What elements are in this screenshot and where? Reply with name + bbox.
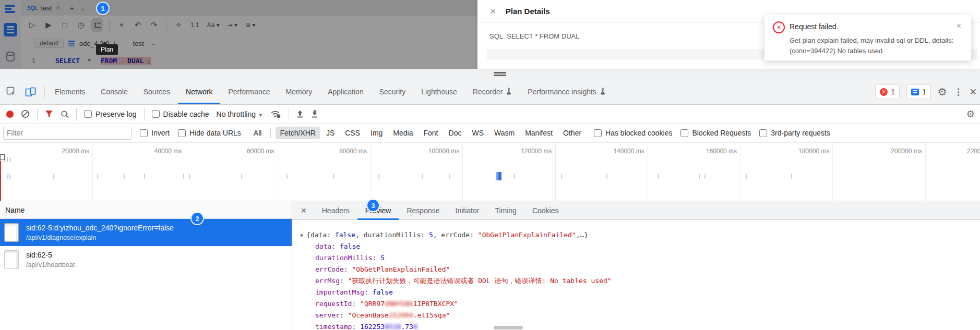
tab-recorder[interactable]: Recorder — [465, 79, 520, 104]
tab-performance[interactable]: Performance — [220, 79, 278, 104]
horizontal-scrollbar-thumb[interactable] — [494, 326, 523, 329]
filter-chip-ws[interactable]: WS — [468, 127, 488, 139]
filter-chip-other[interactable]: Other — [559, 127, 585, 139]
import-har-icon[interactable] — [296, 109, 304, 118]
search-icon[interactable] — [61, 110, 69, 118]
request-row[interactable]: sid:62-5/api/v1/heartbeat — [0, 246, 292, 273]
filter-chip-wasm[interactable]: Wasm — [490, 127, 519, 139]
filter-chip-manifest[interactable]: Manifest — [521, 127, 557, 139]
filter-chip-js[interactable]: JS — [322, 127, 339, 139]
request-path: /api/v1/heartbeat — [26, 260, 75, 270]
timeline-tick-label: 180000 ms — [767, 148, 829, 155]
details-tab-headers[interactable]: Headers — [314, 201, 357, 220]
network-settings-gear-icon[interactable]: ⚙ — [966, 108, 975, 120]
throttling-select[interactable]: No throttling▼ — [217, 110, 263, 118]
has-blocked-cookies-checkbox[interactable]: Has blocked cookies — [594, 129, 672, 137]
preserve-log-checkbox[interactable]: Preserve log — [84, 110, 137, 118]
json-line[interactable]: ▼ {data: false, durationMillis: 5, errCo… — [300, 229, 612, 241]
filter-chip-all[interactable]: All — [249, 127, 266, 139]
name-column-header[interactable]: Name — [5, 206, 25, 214]
expand-caret-icon[interactable]: ▼ — [300, 233, 306, 238]
tab-label: Elements — [55, 88, 85, 96]
inspect-element-icon[interactable] — [6, 87, 17, 97]
drag-handle-icon — [494, 75, 506, 76]
request-tick — [183, 174, 184, 179]
request-tick — [97, 174, 98, 179]
tab-elements[interactable]: Elements — [47, 79, 93, 104]
request-tick — [189, 174, 190, 179]
tab-performance-insights[interactable]: Performance insights — [520, 79, 614, 104]
json-segment: durationMillis — [315, 254, 373, 262]
clear-network-log-icon[interactable] — [21, 109, 30, 118]
blocked-requests-checkbox[interactable]: Blocked Requests — [680, 129, 751, 137]
details-tab-initiator[interactable]: Initiator — [448, 201, 487, 220]
filter-chip-css[interactable]: CSS — [341, 127, 364, 139]
divider — [44, 85, 45, 98]
network-overview-timeline[interactable]: 20000 ms40000 ms60000 ms80000 ms100000 m… — [0, 143, 980, 201]
tab-sources[interactable]: Sources — [136, 79, 178, 104]
filter-chip-img[interactable]: Img — [366, 127, 387, 139]
tab-network[interactable]: Network — [178, 79, 220, 104]
json-segment: : — [352, 300, 360, 308]
tab-label: Console — [101, 88, 127, 96]
filter-chip-fetch-xhr[interactable]: Fetch/XHR — [276, 127, 319, 139]
request-tick — [241, 174, 242, 179]
selected-request-bar[interactable] — [496, 172, 501, 180]
json-segment: data — [315, 242, 331, 250]
devtools-settings-gear-icon[interactable]: ⚙ — [938, 85, 947, 98]
json-segment: errMsg — [315, 277, 340, 285]
kebab-menu-icon[interactable]: ⋮ — [954, 87, 963, 97]
disable-cache-checkbox[interactable]: Disable cache — [152, 110, 209, 118]
json-segment: : — [470, 231, 478, 239]
request-row[interactable]: sid:62-5:d:yizhou_odc_240?ignoreError=fa… — [0, 219, 292, 246]
filter-chip-font[interactable]: Font — [420, 127, 443, 139]
devtools-close-icon[interactable]: ✕ — [970, 87, 977, 97]
json-line: requestId: "QRR97ONWYEB61IP8TBXCPX" — [315, 298, 612, 310]
json-segment: data — [310, 231, 327, 239]
timeline-tick-label: 140000 ms — [582, 148, 644, 155]
tab-label: Performance insights — [528, 88, 596, 96]
tab-security[interactable]: Security — [372, 79, 414, 104]
request-tick — [124, 174, 125, 179]
json-segment: : — [373, 254, 381, 262]
request-tick — [333, 174, 334, 179]
third-party-requests-checkbox[interactable]: 3rd-party requests — [759, 129, 830, 137]
console-error-badge[interactable]: 1 — [875, 84, 900, 99]
hide-data-urls-label: Hide data URLs — [189, 129, 241, 137]
devtools-resize-band[interactable] — [0, 69, 980, 80]
checkbox-icon — [178, 129, 186, 137]
details-tab-response[interactable]: Response — [399, 201, 447, 220]
details-tab-bar: ✕ HeadersPreviewResponseInitiatorTimingC… — [292, 201, 980, 220]
details-tab-cookies[interactable]: Cookies — [524, 201, 567, 220]
filter-chip-doc[interactable]: Doc — [445, 127, 466, 139]
console-message-badge[interactable]: 1 — [906, 84, 931, 99]
tab-console[interactable]: Console — [93, 79, 135, 104]
drawer-close-icon[interactable]: ✕ — [490, 7, 496, 16]
file-icon — [4, 250, 19, 269]
request-tick — [699, 174, 700, 179]
json-segment: : — [331, 242, 340, 250]
invert-label: Invert — [151, 129, 170, 137]
details-tab-timing[interactable]: Timing — [487, 201, 524, 220]
hide-data-urls-checkbox[interactable]: Hide data URLs — [178, 129, 241, 137]
overview-selection-handle[interactable] — [0, 154, 5, 160]
filter-input[interactable] — [3, 127, 132, 140]
checkbox-icon — [759, 129, 767, 137]
json-segment: timestamp — [315, 323, 352, 330]
record-network-log-icon[interactable] — [6, 111, 14, 118]
tab-application[interactable]: Application — [320, 79, 372, 104]
tab-lighthouse[interactable]: Lighthouse — [413, 79, 465, 104]
request-list-header[interactable]: Name — [0, 201, 292, 219]
device-toolbar-icon[interactable] — [25, 87, 36, 97]
filter-funnel-icon[interactable] — [45, 110, 53, 118]
filter-chip-media[interactable]: Media — [389, 127, 417, 139]
details-close-icon[interactable]: ✕ — [292, 206, 314, 215]
divider — [144, 108, 145, 120]
network-conditions-icon[interactable] — [270, 109, 281, 118]
timeline-tick-label: 200000 ms — [859, 148, 922, 155]
tab-memory[interactable]: Memory — [278, 79, 320, 104]
json-segment: errCode — [315, 265, 344, 273]
notification-close-icon[interactable]: ✕ — [956, 22, 962, 30]
invert-checkbox[interactable]: Invert — [140, 129, 170, 137]
export-har-icon[interactable] — [311, 109, 318, 118]
